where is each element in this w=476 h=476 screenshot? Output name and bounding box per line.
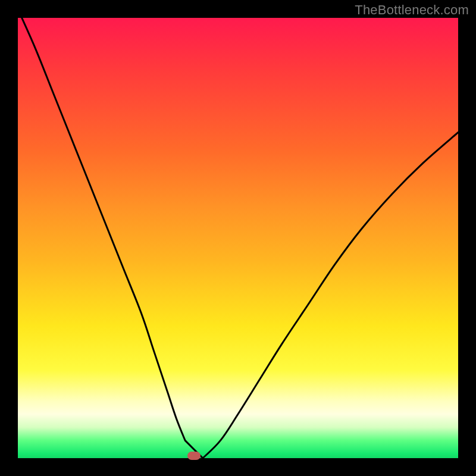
chart-frame: TheBottleneck.com — [0, 0, 476, 476]
plot-area — [18, 18, 458, 458]
optimal-marker — [187, 452, 201, 460]
bottleneck-curve — [18, 18, 458, 458]
watermark-text: TheBottleneck.com — [355, 2, 469, 18]
